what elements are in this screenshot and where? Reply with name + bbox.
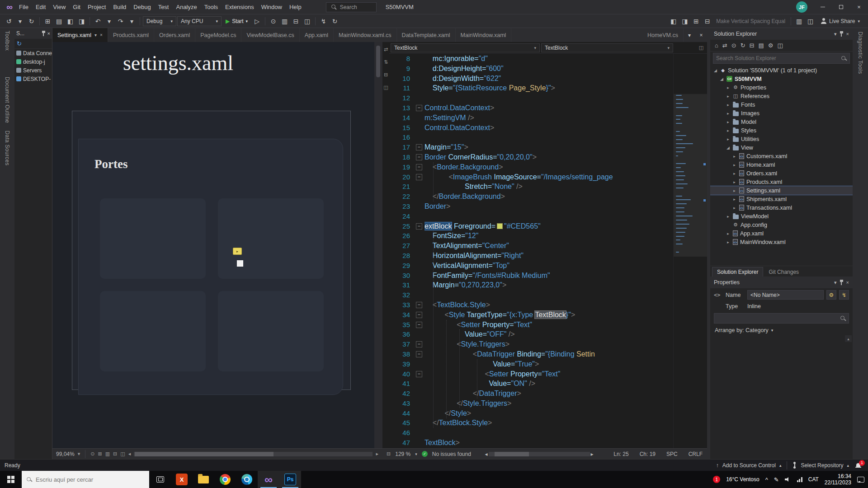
- horizontal-split-icon[interactable]: [384, 72, 388, 78]
- fold-marker-icon[interactable]: [415, 103, 425, 113]
- toggle-breakpoint-icon[interactable]: [302, 16, 312, 26]
- menu-git[interactable]: Git: [69, 0, 84, 14]
- redo-dropdown-icon[interactable]: [127, 16, 137, 26]
- menu-test[interactable]: Test: [155, 0, 173, 14]
- side-tab-diagnostic-tools[interactable]: Diagnostic Tools: [857, 32, 863, 74]
- add-to-source-control-button[interactable]: Add to Source Control: [722, 462, 776, 469]
- server-item-desktop-j[interactable]: desktop-j: [14, 57, 52, 66]
- split-view-icon[interactable]: [387, 451, 391, 457]
- code-line[interactable]: 35<Setter Property="Text": [389, 320, 673, 330]
- code-line[interactable]: 20<ImageBrush ImageSource="/Images/setti…: [389, 172, 673, 182]
- code-line[interactable]: 37<Style.Triggers>: [389, 339, 673, 349]
- scroll-right-icon[interactable]: [591, 451, 594, 457]
- line-indicator[interactable]: Ln: 25: [613, 451, 628, 457]
- tree-item-products-xaml[interactable]: ▸Products.xaml: [710, 178, 853, 186]
- start-debugging-button[interactable]: Start: [222, 16, 251, 27]
- tab-homevm-cs[interactable]: HomeVM.cs: [642, 28, 684, 42]
- fold-marker-icon[interactable]: [415, 349, 425, 359]
- code-line[interactable]: 9d:DesignHeight="600": [389, 64, 673, 74]
- health-indicator-icon[interactable]: [422, 451, 428, 457]
- expander-icon[interactable]: ▸: [726, 128, 731, 133]
- global-search-box[interactable]: Search: [326, 2, 377, 12]
- step-over-icon[interactable]: [291, 16, 301, 26]
- code-line[interactable]: 43</Style.Triggers>: [389, 399, 673, 408]
- chevron-up-icon[interactable]: [847, 463, 849, 468]
- nav-member-dropdown[interactable]: TextBlock: [541, 43, 673, 52]
- fold-marker-icon[interactable]: [415, 300, 425, 310]
- file-explorer-button[interactable]: [193, 471, 214, 488]
- toggle-artboard-icon[interactable]: [113, 451, 117, 457]
- tree-item-s50mvvm[interactable]: ◢S50MVVM: [710, 75, 853, 83]
- design-card[interactable]: [100, 198, 206, 279]
- designer-options-icon[interactable]: [794, 16, 804, 26]
- tree-item-references[interactable]: ▸References: [710, 92, 853, 100]
- pen-icon[interactable]: [774, 476, 779, 483]
- expander-icon[interactable]: ▸: [726, 111, 731, 116]
- expander-icon[interactable]: ◢: [726, 145, 731, 150]
- tab-list-dropdown-icon[interactable]: [684, 28, 695, 42]
- tab-products-xaml[interactable]: Products.xaml: [108, 28, 154, 42]
- menu-file[interactable]: File: [15, 0, 32, 14]
- snap-to-grid-icon[interactable]: [105, 451, 110, 457]
- keyboard-language[interactable]: CAT: [808, 476, 819, 483]
- minimize-button[interactable]: [814, 0, 832, 14]
- chevron-up-icon[interactable]: [779, 463, 782, 468]
- editor-layout-icon[interactable]: [805, 16, 816, 26]
- code-line[interactable]: 44</Style>: [389, 408, 673, 418]
- app-button-x[interactable]: [171, 471, 193, 488]
- navigate-backward-dropdown-icon[interactable]: [15, 16, 25, 26]
- tree-item-mainwindow-xaml[interactable]: ▸MainWindow.xaml: [710, 238, 853, 246]
- code-line[interactable]: 11Style="{StaticResource Page_Style}">: [389, 83, 673, 93]
- close-button[interactable]: [850, 0, 868, 14]
- tab-settings-xaml[interactable]: Settings.xaml: [52, 28, 108, 42]
- menu-analyze[interactable]: Analyze: [172, 0, 200, 14]
- navigate-backward-icon[interactable]: [4, 16, 14, 26]
- code-line[interactable]: 15Control.DataContext>: [389, 123, 673, 133]
- name-field[interactable]: <No Name>: [747, 290, 824, 300]
- zoom-dropdown-icon[interactable]: [78, 451, 80, 457]
- design-border-panel[interactable]: Portes: [78, 139, 343, 395]
- expander-icon[interactable]: ▸: [732, 171, 737, 176]
- code-line[interactable]: 33<TextBlock.Style>: [389, 300, 673, 310]
- tree-item-properties[interactable]: ▸Properties: [710, 83, 853, 92]
- photoshop-button[interactable]: [279, 471, 301, 488]
- code-line[interactable]: 47TextBlock>: [389, 438, 673, 448]
- menu-build[interactable]: Build: [109, 0, 130, 14]
- tree-item-styles[interactable]: ▸Styles: [710, 126, 853, 135]
- tree-item-model[interactable]: ▸Model: [710, 117, 853, 126]
- swap-panes-icon[interactable]: [384, 47, 388, 52]
- expander-icon[interactable]: ▸: [726, 240, 731, 244]
- switch-views-icon[interactable]: [722, 42, 727, 49]
- make-vertical-spacing-equal-icon[interactable]: [702, 16, 712, 26]
- code-line[interactable]: 14m:SettingVM />: [389, 113, 673, 123]
- code-line[interactable]: 24: [389, 211, 673, 221]
- expander-icon[interactable]: ▸: [726, 94, 731, 99]
- open-file-icon[interactable]: [54, 16, 64, 26]
- nav-element-dropdown[interactable]: TextBlock: [391, 43, 540, 52]
- code-line[interactable]: 45</TextBlock.Style>: [389, 418, 673, 428]
- tree-item-images[interactable]: ▸Images: [710, 109, 853, 117]
- tab-pagemodel-cs[interactable]: PageModel.cs: [195, 28, 241, 42]
- save-all-icon[interactable]: [76, 16, 87, 26]
- tree-item-settings-xaml[interactable]: ▸Settings.xaml: [710, 186, 853, 195]
- expander-icon[interactable]: ◢: [719, 77, 724, 81]
- panel-tab-solution-explorer[interactable]: Solution Explorer: [712, 267, 763, 277]
- refresh-icon[interactable]: [17, 40, 22, 47]
- menu-help[interactable]: Help: [286, 0, 305, 14]
- align-rights-icon[interactable]: [679, 16, 690, 26]
- vertical-splitter[interactable]: [707, 28, 710, 459]
- panel-tab-git-changes[interactable]: Git Changes: [764, 267, 803, 277]
- notifications-button[interactable]: 1: [855, 462, 863, 469]
- live-share-button[interactable]: Live Share: [821, 18, 860, 24]
- expander-icon[interactable]: ▸: [726, 85, 731, 90]
- tree-item-customers-xaml[interactable]: ▸Customers.xaml: [710, 152, 853, 160]
- solution-search-input[interactable]: [716, 55, 838, 61]
- code-line[interactable]: 23Border>: [389, 202, 673, 211]
- collapse-all-icon[interactable]: [750, 42, 755, 49]
- eol-indicator[interactable]: CRLF: [689, 451, 703, 457]
- code-line[interactable]: 13Control.DataContext>: [389, 103, 673, 113]
- code-line[interactable]: 39Value="True">: [389, 359, 673, 369]
- taskbar-clock[interactable]: 16:34 22/11/2023: [825, 473, 851, 486]
- spaces-indicator[interactable]: SPC: [666, 451, 678, 457]
- code-line[interactable]: 27TextAlignment="Center": [389, 241, 673, 251]
